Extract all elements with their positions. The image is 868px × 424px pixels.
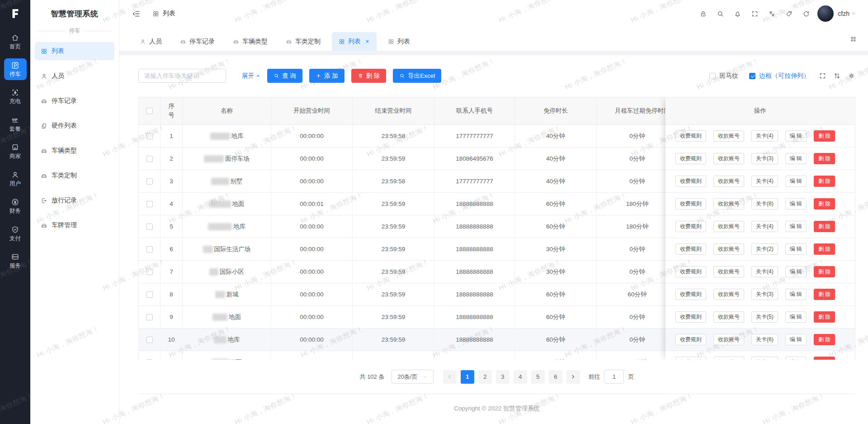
nav-rail-item[interactable]: 充电 [4,86,27,108]
prev-page-button[interactable] [443,370,457,384]
goto-page-input[interactable] [604,370,624,384]
page-size-select[interactable]: 20条/页 [392,370,434,384]
tab[interactable]: 车类定制 [279,32,327,51]
fullscreen-icon[interactable] [751,10,759,18]
edit-button[interactable]: 编 辑 [785,153,807,164]
edit-button[interactable]: 编 辑 [785,311,807,323]
delete-button[interactable]: 删 除 [351,69,387,83]
tab[interactable]: 停车记录 [173,32,222,51]
payment-account-button[interactable]: 收款账号 [713,221,744,232]
gate-button[interactable]: 关卡(5) [751,311,778,323]
nav-rail-item[interactable]: 停车 [4,58,27,81]
delete-row-button[interactable]: 删 除 [814,311,835,323]
delete-row-button[interactable]: 删 除 [814,130,835,142]
refresh-icon[interactable] [802,10,810,18]
sidebar-collapse-icon[interactable] [132,10,141,18]
page-number-button[interactable]: 6 [549,370,562,384]
delete-row-button[interactable]: 删 除 [814,334,835,345]
gate-button[interactable]: 关卡(8) [751,198,778,210]
next-page-button[interactable] [566,370,580,384]
column-sort-icon[interactable] [833,72,841,80]
close-icon[interactable] [365,39,370,44]
delete-row-button[interactable]: 删 除 [814,289,835,300]
tab-options-icon[interactable] [849,35,857,43]
gate-button[interactable]: 关卡(2) [751,243,778,255]
delete-row-button[interactable]: 删 除 [814,198,835,210]
row-checkbox[interactable] [146,291,153,298]
expand-link[interactable]: 展开 [242,72,260,80]
nav-rail-item[interactable]: 服务 [4,250,27,272]
translate-icon[interactable] [768,10,776,18]
delete-row-button[interactable]: 删 除 [814,357,835,360]
user-avatar[interactable] [817,5,834,22]
tag-icon[interactable] [785,10,793,18]
zebra-checkbox[interactable] [709,73,716,79]
lock-icon[interactable] [699,10,707,18]
delete-row-button[interactable]: 删 除 [814,153,835,164]
payment-account-button[interactable]: 收款账号 [713,176,744,187]
page-number-button[interactable]: 1 [461,370,474,384]
nav-rail-item[interactable]: 套餐 [4,113,27,135]
delete-row-button[interactable]: 删 除 [814,243,835,255]
fee-rules-button[interactable]: 收费规则 [675,153,706,164]
page-number-button[interactable]: 2 [478,370,492,384]
edit-button[interactable]: 编 辑 [785,198,807,210]
nav-rail-item[interactable]: 财务 [4,195,27,217]
sidebar-menu-item[interactable]: 硬件列表 [35,117,114,135]
sidebar-menu-item[interactable]: 车牌管理 [35,216,114,234]
edit-button[interactable]: 编 辑 [785,243,807,255]
row-checkbox[interactable] [146,178,153,185]
payment-account-button[interactable]: 收款账号 [713,334,744,345]
sidebar-menu-item[interactable]: 停车记录 [35,92,114,110]
delete-row-button[interactable]: 删 除 [814,221,835,232]
edit-button[interactable]: 编 辑 [785,130,807,142]
row-checkbox[interactable] [146,156,153,162]
border-checkbox[interactable] [749,73,755,79]
fee-rules-button[interactable]: 收费规则 [675,198,706,210]
payment-account-button[interactable]: 收款账号 [713,289,744,300]
delete-row-button[interactable]: 删 除 [814,176,835,187]
edit-button[interactable]: 编 辑 [785,221,807,232]
row-checkbox[interactable] [146,133,153,139]
payment-account-button[interactable]: 收款账号 [713,266,744,277]
page-number-button[interactable]: 4 [514,370,527,384]
page-number-button[interactable]: 3 [496,370,509,384]
gate-button[interactable]: 关卡(3) [751,153,778,164]
gate-button[interactable]: 关卡(4) [751,221,778,232]
payment-account-button[interactable]: 收款账号 [713,311,744,323]
sidebar-menu-item[interactable]: 人员 [35,67,114,85]
fee-rules-button[interactable]: 收费规则 [675,289,706,300]
edit-button[interactable]: 编 辑 [785,357,807,360]
tab[interactable]: 车辆类型 [226,32,274,51]
edit-button[interactable]: 编 辑 [785,176,807,187]
row-checkbox[interactable] [146,314,153,320]
payment-account-button[interactable]: 收款账号 [713,153,744,164]
row-checkbox[interactable] [146,246,153,252]
sidebar-menu-item[interactable]: 放行记录 [35,191,114,210]
row-checkbox[interactable] [146,224,153,230]
user-menu[interactable]: cfzh [838,10,856,17]
fullscreen-icon[interactable] [819,72,826,80]
add-button[interactable]: 添 加 [309,69,344,83]
row-checkbox[interactable] [146,337,153,343]
sidebar-menu-item[interactable]: 车辆类型 [35,142,114,160]
payment-account-button[interactable]: 收款账号 [713,130,744,142]
edit-button[interactable]: 编 辑 [785,266,807,277]
row-checkbox[interactable] [146,201,153,207]
nav-rail-item[interactable]: 用户 [4,168,27,190]
fee-rules-button[interactable]: 收费规则 [675,221,706,232]
search-input[interactable] [138,69,226,83]
gate-button[interactable]: 关卡(3) [751,289,778,300]
row-checkbox[interactable] [146,359,153,360]
payment-account-button[interactable]: 收款账号 [713,243,744,255]
page-number-button[interactable]: 5 [531,370,545,384]
fee-rules-button[interactable]: 收费规则 [675,334,706,345]
search-icon[interactable] [717,10,724,18]
nav-rail-item[interactable]: 商家 [4,140,27,162]
query-button[interactable]: 查 询 [267,69,302,83]
fee-rules-button[interactable]: 收费规则 [675,130,706,142]
tab[interactable]: 人员 [133,32,169,51]
gear-icon[interactable] [848,72,855,80]
sidebar-menu-item[interactable]: 车类定制 [35,167,114,185]
gate-button[interactable]: 关卡(5) [751,357,778,360]
